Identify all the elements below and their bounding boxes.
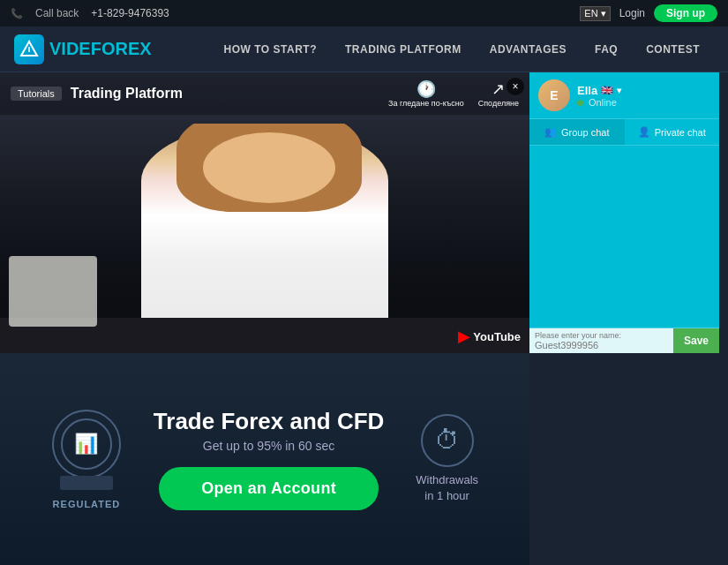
agent-name: Ella 🇬🇧 ▾: [577, 84, 621, 97]
open-account-button[interactable]: Open an Account: [159, 467, 379, 510]
cta-subtitle: Get up to 95% in 60 sec: [154, 439, 385, 453]
logo[interactable]: VIDEFOREX: [14, 34, 152, 64]
center-cta: Trade Forex and CFD Get up to 95% in 60 …: [154, 408, 385, 510]
chart-icon: 📊: [74, 433, 98, 456]
nav-link-trading-platform[interactable]: TRADING PLATFORM: [331, 26, 476, 72]
private-chat-icon: 👤: [638, 126, 650, 138]
nav-links: HOW TO START? TRADING PLATFORM ADVANTAGE…: [210, 26, 714, 72]
chat-input-box: Please enter your name:: [529, 328, 673, 353]
regulated-label: REGULATED: [53, 499, 121, 509]
tutorials-tag: Tutorials: [11, 87, 62, 101]
withdrawal-badge: ⏱ Withdrawals in 1 hour: [416, 414, 478, 504]
video-top-right: 🕐 За гледане по-късно ↗ Споделяне: [388, 79, 519, 108]
lang-selector[interactable]: EN ▾: [580, 6, 610, 21]
callback-icon: 📞: [11, 8, 23, 19]
logo-icon: [14, 34, 44, 64]
video-close-button[interactable]: ×: [507, 78, 524, 95]
online-dot: [577, 100, 583, 106]
top-bar: 📞 Call back +1-829-9476393 EN ▾ Login Si…: [0, 0, 728, 26]
lang-label: EN: [584, 8, 597, 19]
chat-panel: E Ella 🇬🇧 ▾ Online 👥 Group cha: [529, 72, 719, 353]
watch-later-label: За гледане по-късно: [388, 99, 464, 108]
chevron-down-icon: ▾: [601, 8, 606, 19]
video-chat-area: Tutorials Trading Platform 🕐 За гледане …: [0, 72, 728, 565]
chat-input-label: Please enter your name:: [535, 331, 668, 340]
nav-link-faq[interactable]: FAQ: [581, 26, 632, 72]
nav-link-advantages[interactable]: ADVANTAGES: [476, 26, 581, 72]
tutorial-title: Trading Platform: [71, 86, 183, 102]
main-content: Tutorials Trading Platform 🕐 За гледане …: [0, 72, 728, 565]
flag-icon: 🇬🇧: [601, 85, 613, 96]
chat-header: E Ella 🇬🇧 ▾ Online: [529, 72, 719, 119]
login-link[interactable]: Login: [619, 7, 645, 19]
online-status: Online: [577, 97, 621, 108]
youtube-badge: ▶ YouTube: [458, 327, 521, 346]
top-bar-left: 📞 Call back +1-829-9476393: [11, 7, 169, 19]
cta-title: Trade Forex and CFD: [154, 408, 385, 435]
group-chat-icon: 👥: [544, 126, 557, 138]
arrow-icon: ▾: [617, 86, 621, 95]
avatar: E: [538, 79, 570, 111]
withdrawal-clock-icon: ⏱: [421, 414, 474, 467]
video-player[interactable]: Tutorials Trading Platform 🕐 За гледане …: [0, 72, 529, 353]
youtube-label: YouTube: [473, 330, 521, 343]
signup-button[interactable]: Sign up: [654, 4, 717, 22]
top-bar-right: EN ▾ Login Sign up: [580, 4, 717, 22]
video-overlay-top: Tutorials Trading Platform 🕐 За гледане …: [0, 72, 529, 115]
share-icon: ↗: [492, 79, 505, 99]
group-chat-tab[interactable]: 👥 Group chat: [529, 119, 625, 145]
bottom-section: 📊 REGULATED Trade Forex and CFD Get up t…: [0, 353, 529, 565]
clock-icon: 🕐: [417, 79, 436, 99]
regulated-badge: 📊 REGULATED: [51, 409, 122, 509]
agent-info: Ella 🇬🇧 ▾ Online: [577, 84, 621, 108]
save-button[interactable]: Save: [673, 328, 719, 353]
video-section: Tutorials Trading Platform 🕐 За гледане …: [0, 72, 529, 565]
private-chat-tab[interactable]: 👤 Private chat: [625, 119, 720, 145]
nav-link-how-to-start[interactable]: HOW TO START?: [210, 26, 331, 72]
nav-link-contest[interactable]: CONTEST: [632, 26, 714, 72]
nav-bar: VIDEFOREX HOW TO START? TRADING PLATFORM…: [0, 26, 728, 72]
callback-label[interactable]: Call back: [35, 7, 79, 19]
withdrawal-text: Withdrawals in 1 hour: [416, 472, 478, 504]
share-label: Споделяне: [478, 99, 519, 108]
phone-number[interactable]: +1-829-9476393: [91, 7, 169, 19]
chat-messages: [529, 146, 719, 328]
youtube-logo-icon: ▶: [458, 327, 470, 346]
chat-tabs: 👥 Group chat 👤 Private chat: [529, 119, 719, 146]
watch-later-button[interactable]: 🕐 За гледане по-късно: [388, 79, 464, 108]
chat-input-row: Please enter your name: Save: [529, 328, 719, 353]
chat-name-input[interactable]: [535, 340, 668, 350]
logo-text: VIDEFOREX: [49, 39, 152, 59]
